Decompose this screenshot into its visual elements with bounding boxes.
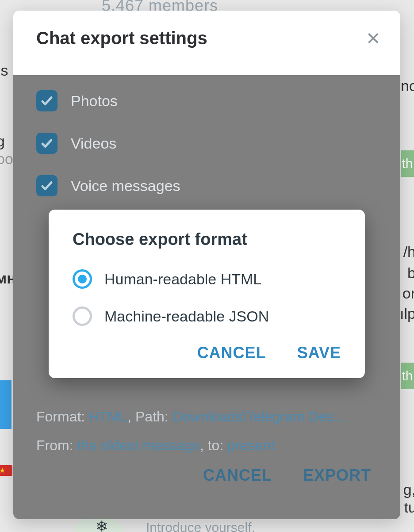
bg-text-fragment: g — [0, 133, 5, 150]
radio-unselected-icon — [73, 306, 92, 326]
export-range-line: From: the oldest message, to: present — [36, 437, 377, 454]
option-voice-messages[interactable]: Voice messages — [36, 175, 377, 196]
checkbox-checked-icon — [36, 175, 58, 196]
bg-text-fragment: tu — [404, 499, 414, 516]
bg-green-bubble: th — [401, 150, 414, 177]
bg-text-fragment: Introduce yourself. — [146, 520, 255, 532]
chat-export-settings-dialog: Chat export settings ✕ Photos Videos Voi… — [13, 11, 400, 519]
dialog-title-bar: Chat export settings ✕ — [13, 11, 400, 63]
bg-text-fragment: /h — [403, 243, 414, 260]
cancel-button[interactable]: CANCEL — [203, 466, 272, 485]
to-label: , to: — [200, 437, 227, 453]
choose-export-format-dialog: Choose export format Human-readable HTML… — [49, 210, 365, 378]
format-option-label: Human-readable HTML — [104, 271, 261, 288]
option-photos[interactable]: Photos — [36, 90, 377, 111]
option-label: Photos — [71, 92, 118, 110]
format-dialog-title: Choose export format — [73, 230, 341, 249]
bg-text-fragment: or — [402, 285, 414, 302]
export-format-path-line: Format: HTML, Path: Downloads\Telegram D… — [36, 409, 377, 425]
close-icon[interactable]: ✕ — [366, 30, 381, 47]
bg-snowflake-icon: ❄ — [96, 517, 108, 532]
bg-flag-icon — [0, 465, 12, 476]
option-label: Videos — [71, 135, 116, 152]
bg-blue-selection — [0, 380, 12, 429]
format-option-html[interactable]: Human-readable HTML — [73, 269, 341, 289]
export-button[interactable]: EXPORT — [303, 466, 371, 485]
radio-selected-icon — [73, 269, 92, 289]
dialog-title: Chat export settings — [36, 28, 207, 48]
from-label: From: — [36, 437, 77, 453]
path-label: , Path: — [127, 409, 172, 425]
settings-actions: CANCEL EXPORT — [36, 466, 377, 485]
from-link[interactable]: the oldest message — [77, 437, 200, 453]
bg-text-fragment: ılp — [400, 305, 414, 322]
bg-text-fragment: nc — [401, 77, 414, 95]
format-option-label: Machine-readable JSON — [104, 308, 269, 325]
option-videos[interactable]: Videos — [36, 133, 377, 154]
checkbox-checked-icon — [36, 90, 58, 111]
path-link[interactable]: Downloads\Telegram Des… — [172, 409, 348, 425]
format-link[interactable]: HTML — [89, 409, 127, 425]
checkbox-checked-icon — [36, 133, 58, 154]
cancel-button[interactable]: CANCEL — [197, 344, 266, 362]
format-dialog-actions: CANCEL SAVE — [73, 344, 341, 362]
bg-green-bubble: th — [401, 363, 414, 389]
save-button[interactable]: SAVE — [297, 344, 341, 362]
format-label: Format: — [36, 409, 89, 425]
bg-text-fragment: b — [407, 264, 414, 282]
option-label: Voice messages — [71, 177, 180, 195]
format-option-json[interactable]: Machine-readable JSON — [73, 306, 341, 326]
to-link[interactable]: present — [227, 437, 275, 453]
bg-text-fragment: is — [0, 62, 8, 79]
bg-text-fragment: g, — [403, 481, 414, 498]
bg-text-fragment: oo — [0, 150, 13, 168]
